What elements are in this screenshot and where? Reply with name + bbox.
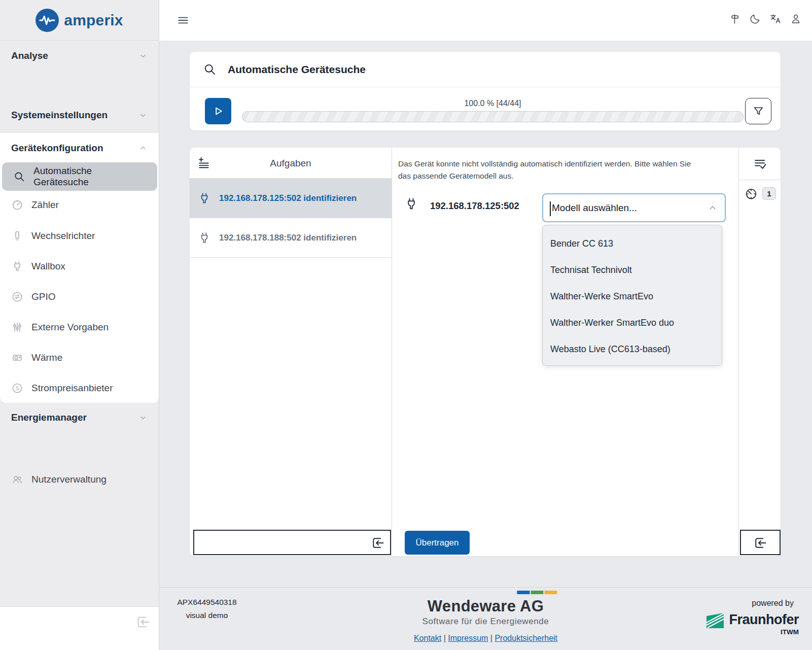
task-row-identify-188[interactable]: 192.168.178.188:502 identifizieren: [190, 218, 392, 258]
sidebar-item-label: Wallbox: [31, 261, 65, 272]
sidebar-footer: [0, 606, 159, 650]
produktsicherheit-link[interactable]: Produktsicherheit: [495, 634, 557, 642]
topbar-actions: [729, 13, 802, 25]
stopwatch-icon: [744, 186, 758, 200]
kontakt-link[interactable]: Kontakt: [414, 634, 441, 642]
model-option-technisat-technivolt[interactable]: Technisat Technivolt: [543, 257, 722, 283]
sidebar-group-analyse[interactable]: Analyse: [0, 44, 159, 68]
footer-links: Kontakt | Impressum | Produktsicherheit: [414, 634, 557, 643]
model-select-placeholder: Modell auswählen...: [552, 194, 637, 221]
sync-icon: [11, 291, 23, 303]
add-task-icon[interactable]: [198, 156, 211, 169]
text-caret: [550, 201, 551, 216]
model-option-webasto-live[interactable]: Webasto Live (CC613-based): [543, 336, 722, 362]
exit-left-icon: [753, 536, 767, 550]
collapse-tasks-panel-button[interactable]: [193, 530, 391, 555]
user-account-icon[interactable]: [790, 13, 802, 25]
dark-mode-moon-icon[interactable]: [749, 13, 761, 25]
sidebar-item-zaehler[interactable]: Zähler: [0, 191, 159, 219]
demo-mode-label: visual demo: [171, 609, 242, 622]
task-detail-panel: Das Gerät konnte nicht vollständig autom…: [392, 148, 738, 556]
logo-bar-green: [531, 591, 543, 594]
sidebar-item-wallbox[interactable]: Wallbox: [0, 252, 159, 281]
page-footer: APX6449540318 visual demo Wendeware AG S…: [159, 587, 812, 650]
model-option-walther-werker-smartevo-duo[interactable]: Walther-Werker SmartEvo duo: [543, 310, 722, 336]
pending-count-badge: 1: [762, 187, 776, 200]
sidebar-item-automatische-geraetesuche[interactable]: Automatische Gerätesuche: [2, 162, 157, 191]
device-search-header: Automatische Gerätesuche: [190, 52, 781, 87]
impressum-link[interactable]: Impressum: [448, 634, 488, 642]
link-separator: |: [444, 634, 446, 642]
wendeware-logo-bars: [414, 591, 557, 594]
fraunhofer-institute: ITWM: [729, 628, 799, 636]
app-logo[interactable]: amperix: [0, 0, 159, 41]
sidebar-item-label: GPIO: [31, 291, 56, 302]
sidebar: amperix Analyse Systemeinstellungen Gerä…: [0, 0, 159, 650]
model-option-walther-werke-smartevo[interactable]: Walther-Werke SmartEvo: [543, 283, 722, 310]
start-scan-button[interactable]: [205, 98, 231, 124]
sliders-icon: [11, 321, 23, 333]
sidebar-item-label: Wechselrichter: [31, 230, 95, 242]
plug-icon: [404, 197, 418, 211]
meter-icon: [11, 199, 23, 211]
sidebar-item-wechselrichter[interactable]: Wechselrichter: [0, 222, 159, 250]
sidebar-group-geraetekonfiguration[interactable]: Gerätekonfiguration: [0, 136, 159, 160]
tasks-panel: Aufgaben 192.168.178.125:502 identifizie…: [190, 148, 392, 556]
plug-icon: [198, 231, 211, 245]
brand-tagline: Software für die Energiewende: [414, 617, 557, 627]
search-icon: [203, 62, 217, 76]
logo-bar-yellow: [544, 591, 557, 594]
powered-by-block: powered by Fraunhofer ITWM: [707, 599, 799, 636]
powered-by-label: powered by: [707, 599, 794, 608]
identification-message: Das Gerät konnte nicht vollständig autom…: [398, 158, 695, 182]
sidebar-item-label: Nutzerverwaltung: [31, 474, 107, 485]
users-icon: [11, 473, 23, 486]
sidebar-item-label: Strompreisanbieter: [31, 383, 113, 394]
sidebar-group-systemeinstellungen[interactable]: Systemeinstellungen: [0, 103, 159, 127]
device-serial-block: APX6449540318 visual demo: [171, 596, 242, 623]
scan-progress-label: 100.0 % [44/44]: [242, 99, 744, 108]
sidebar-item-label: Automatische Gerätesuche: [33, 165, 146, 188]
sidebar-item-gpio[interactable]: GPIO: [0, 283, 159, 311]
signpost-icon[interactable]: [729, 13, 741, 25]
sidebar-item-nutzerverwaltung[interactable]: Nutzerverwaltung: [0, 465, 159, 494]
inverter-icon: [11, 230, 23, 242]
collapse-right-rail-button[interactable]: [740, 530, 781, 555]
sidebar-item-strompreisanbieter[interactable]: S Strompreisanbieter: [0, 374, 159, 402]
model-option-bender-cc-613[interactable]: Bender CC 613: [543, 230, 722, 257]
task-row-identify-125[interactable]: 192.168.178.125:502 identifizieren: [190, 179, 392, 218]
sidebar-item-label: Wärme: [31, 352, 62, 363]
model-options-dropdown: Bender CC 613 Technisat Technivolt Walth…: [542, 225, 722, 366]
pending-tasks-tab[interactable]: 1: [739, 180, 781, 207]
group-label: Gerätekonfiguration: [11, 143, 103, 154]
fraunhofer-mark-icon: [707, 613, 724, 628]
chevron-down-icon: [138, 413, 148, 422]
model-select-combobox[interactable]: Modell auswählen...: [542, 193, 726, 222]
chevron-up-icon: [708, 203, 718, 213]
sidebar-group-energiemanager[interactable]: Energiemanager: [0, 405, 159, 430]
chevron-down-icon: [138, 51, 148, 60]
hamburger-menu-icon[interactable]: [176, 14, 190, 27]
sidebar-item-label: Externe Vorgaben: [31, 322, 109, 333]
group-label: Systemeinstellungen: [11, 110, 108, 121]
collapse-sidebar-icon[interactable]: [135, 614, 151, 630]
task-workspace-card: Aufgaben 192.168.178.125:502 identifizie…: [189, 147, 781, 557]
group-label: Energiemanager: [11, 412, 87, 423]
filter-button[interactable]: [745, 98, 771, 124]
right-rail: 1: [738, 148, 781, 556]
sidebar-item-waerme[interactable]: Wärme: [0, 344, 159, 372]
plug-icon: [11, 260, 23, 272]
task-list-check-tab[interactable]: [739, 148, 781, 180]
price-icon: S: [11, 382, 23, 394]
svg-text:S: S: [15, 385, 19, 391]
top-bar: [159, 0, 812, 41]
link-separator: |: [490, 634, 492, 642]
sidebar-item-externe-vorgaben[interactable]: Externe Vorgaben: [0, 313, 159, 341]
wendeware-brand-block: Wendeware AG Software für die Energiewen…: [414, 591, 557, 643]
translate-icon[interactable]: [769, 13, 782, 25]
uebertragen-submit-button[interactable]: Übertragen: [405, 531, 470, 555]
tasks-panel-title: Aufgaben: [190, 148, 392, 179]
serial-number: APX6449540318: [171, 596, 242, 609]
sidebar-expanded-section: Gerätekonfiguration Automatische Gerätes…: [0, 133, 159, 403]
task-label: 192.168.178.188:502 identifizieren: [219, 233, 357, 243]
